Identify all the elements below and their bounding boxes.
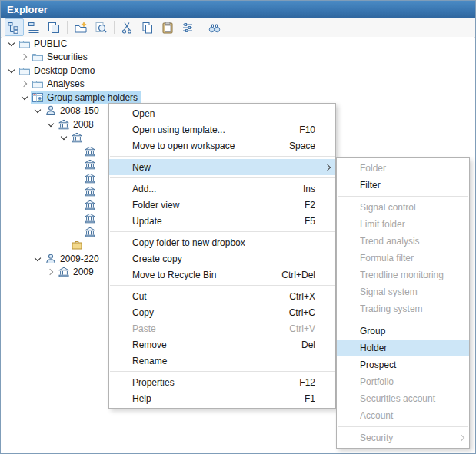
submenu-item-formula-filter[interactable]: Formula filter [337,250,469,267]
menu-item-move-to-open-workspace[interactable]: Move to open workspaceSpace [109,138,335,154]
cut-icon [121,21,135,35]
submenu-item-security[interactable]: Security [337,429,469,446]
chevron-down-icon[interactable] [32,106,42,116]
copy-icon [141,21,155,35]
sliders-icon [181,21,195,35]
chevron-down-icon[interactable] [6,65,16,75]
menu-item-help[interactable]: HelpF1 [109,390,335,406]
menu-item-move-to-recycle-bin[interactable]: Move to Recycle BinCtrl+Del [109,267,335,283]
search-icon [94,21,108,35]
toolbar-button-new-folder[interactable] [72,18,91,36]
submenu-item-trendline-monitoring[interactable]: Trendline monitoring [337,267,469,283]
menu-item-add[interactable]: Add...Ins [109,181,335,197]
tree-item-label: 2008-150 [60,105,99,116]
chevron-down-icon[interactable] [58,133,68,143]
submenu-arrow-icon [325,165,331,170]
bank-icon [71,131,83,144]
chevron-down-icon[interactable] [6,38,16,48]
menu-item-folder-view[interactable]: Folder viewF2 [109,197,335,213]
menu-item-update[interactable]: UpdateF5 [109,213,335,229]
tree-item-label: 2008 [73,119,94,130]
tree-item-public[interactable]: PUBLIC [2,37,474,51]
account-icon [71,239,83,251]
menu-separator [338,426,468,427]
window-title: Explorer [7,4,48,15]
bank-icon [84,212,96,224]
title-bar: Explorer [1,1,475,18]
chevron-right-icon[interactable] [19,79,29,89]
submenu-item-signal-control[interactable]: Signal control [337,199,469,216]
submenu-item-trend-analysis[interactable]: Trend analysis [337,233,469,250]
chevron-down-icon[interactable] [32,254,42,263]
bank-icon [84,226,96,238]
submenu-item-prospect[interactable]: Prospect [337,356,469,373]
menu-item-remove[interactable]: RemoveDel [109,336,335,353]
menu-separator [110,371,335,372]
submenu-item-limit-folder[interactable]: Limit folder [337,216,469,233]
toolbar-separator [201,21,201,34]
submenu-item-folder[interactable]: Folder [337,160,469,177]
toolbar-button-panes[interactable] [45,18,64,36]
toolbar-button-filter-settings[interactable] [178,18,198,36]
menu-item-copy-folder-to-new-dropbox[interactable]: Copy folder to new dropbox [109,234,335,250]
folder-list-icon [27,21,41,35]
toolbar-button-tree-view[interactable] [5,18,24,36]
menu-item-open-using-template[interactable]: Open using template...F10 [109,121,335,138]
tree-item-label: PUBLIC [34,38,67,49]
context-menu: Open Open using template...F10 Move to o… [108,103,336,409]
tree-item-label: 2009-220 [60,254,99,264]
toolbar [1,18,475,38]
toolbar-separator [67,21,68,34]
menu-item-cut[interactable]: CutCtrl+X [109,288,335,304]
tree-item-analyses[interactable]: Analyses [2,78,474,91]
toolbar-button-copy[interactable] [138,18,158,36]
submenu-item-group[interactable]: Group [337,323,469,340]
submenu-item-trading-system[interactable]: Trading system [337,300,469,317]
tree-item-label: Desktop Demo [34,65,95,76]
toolbar-button-search[interactable] [92,18,111,36]
menu-separator [110,285,335,286]
submenu-item-portfolio[interactable]: Portfolio [337,373,469,390]
tree-item-desktop-demo[interactable]: Desktop Demo [2,64,474,78]
folder-icon [18,65,31,77]
tree-view-icon [7,21,21,35]
toolbar-button-find[interactable] [205,18,225,36]
toolbar-button-folder-list[interactable] [25,18,44,36]
toolbar-button-cut[interactable] [118,18,138,36]
submenu-item-signal-system[interactable]: Signal system [337,283,469,300]
person-icon [45,253,57,265]
menu-item-properties[interactable]: PropertiesF12 [109,374,335,390]
menu-separator [338,196,468,197]
submenu-item-account[interactable]: Account [337,407,469,424]
submenu-arrow-icon [459,436,465,440]
chevron-down-icon[interactable] [45,119,55,129]
submenu-item-filter[interactable]: Filter [337,177,469,194]
menu-item-rename[interactable]: Rename [109,353,335,369]
menu-item-open[interactable]: Open [109,105,335,121]
chevron-right-icon[interactable] [45,267,55,277]
menu-separator [338,320,468,320]
group-icon [32,91,44,104]
tree-item-securities[interactable]: Securities [2,51,474,65]
folder-icon [32,51,44,63]
bank-icon [84,145,96,157]
menu-item-create-copy[interactable]: Create copy [109,250,335,267]
chevron-right-icon[interactable] [19,52,29,62]
tree-item-label: Analyses [47,78,85,89]
bank-icon [84,158,96,171]
bank-icon [58,266,70,278]
explorer-window: Explorer PUBLIC Securities Desktop Demo [0,0,476,454]
menu-item-new[interactable]: New [109,159,335,175]
menu-item-copy[interactable]: CopyCtrl+C [109,304,335,320]
tree-item-group-sample-holders[interactable]: Group sample holders [2,91,474,104]
bank-icon [58,118,70,131]
tree-item-label: Group sample holders [47,92,138,103]
menu-separator [110,231,335,232]
toolbar-button-paste[interactable] [158,18,178,36]
submenu-item-holder[interactable]: Holder [337,340,469,356]
submenu-item-securities-account[interactable]: Securities account [337,390,469,407]
new-folder-icon [74,21,88,35]
menu-item-paste[interactable]: PasteCtrl+V [109,320,335,336]
chevron-down-icon[interactable] [19,92,29,102]
paste-icon [161,21,175,35]
